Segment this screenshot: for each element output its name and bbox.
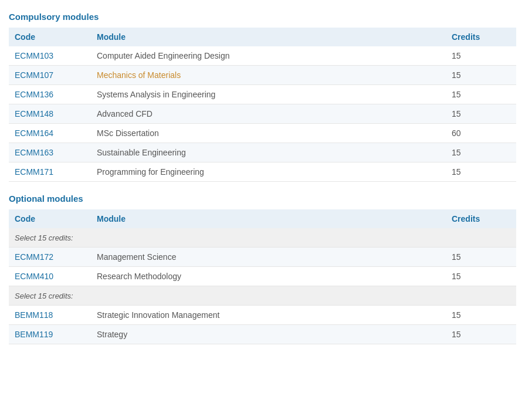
- table-row: BEMM118Strategic Innovation Management15: [9, 306, 516, 325]
- module-code-link[interactable]: ECMM163: [15, 148, 53, 157]
- module-code-link[interactable]: ECMM107: [15, 70, 53, 80]
- table-row: ECMM136Systems Analysis in Engineering15: [9, 85, 516, 104]
- module-name-cell: Computer Aided Engineering Design: [91, 46, 446, 66]
- select-credits-row: Select 15 credits:: [9, 286, 516, 306]
- module-credits-cell: 15: [446, 248, 516, 267]
- module-code-link[interactable]: ECMM172: [15, 252, 53, 262]
- compulsory-header-code: Code: [9, 28, 91, 46]
- module-code-cell: ECMM164: [9, 124, 91, 143]
- compulsory-title: Compulsory modules: [9, 12, 516, 22]
- compulsory-section: Compulsory modules Code Module Credits E…: [9, 12, 516, 182]
- table-row: ECMM148Advanced CFD15: [9, 104, 516, 124]
- module-code-cell: BEMM118: [9, 306, 91, 325]
- module-code-link[interactable]: ECMM164: [15, 128, 53, 138]
- module-credits-cell: 15: [446, 162, 516, 182]
- module-name-cell: Sustainable Engineering: [91, 143, 446, 162]
- optional-header-credits: Credits: [446, 209, 516, 228]
- module-code-cell: ECMM136: [9, 85, 91, 104]
- module-code-link[interactable]: ECMM136: [15, 90, 53, 99]
- module-name-cell: Programming for Engineering: [91, 162, 446, 182]
- table-row: BEMM119Strategy15: [9, 325, 516, 344]
- table-row: ECMM163Sustainable Engineering15: [9, 143, 516, 162]
- module-code-cell: ECMM171: [9, 162, 91, 182]
- module-code-link[interactable]: ECMM171: [15, 167, 53, 177]
- select-credits-label: Select 15 credits:: [9, 286, 516, 306]
- optional-header-code: Code: [9, 209, 91, 228]
- table-row: ECMM410Research Methodology15: [9, 267, 516, 286]
- optional-header-module: Module: [91, 209, 446, 228]
- module-name-cell: Strategic Innovation Management: [91, 306, 446, 325]
- compulsory-header-module: Module: [91, 28, 446, 46]
- module-code-cell: ECMM103: [9, 46, 91, 66]
- module-code-cell: ECMM163: [9, 143, 91, 162]
- table-row: ECMM107Mechanics of Materials15: [9, 66, 516, 85]
- compulsory-table: Code Module Credits ECMM103Computer Aide…: [9, 28, 516, 182]
- module-code-cell: ECMM148: [9, 104, 91, 124]
- module-credits-cell: 15: [446, 143, 516, 162]
- module-code-link[interactable]: BEMM119: [15, 330, 53, 339]
- optional-title: Optional modules: [9, 194, 516, 204]
- module-name-cell: Advanced CFD: [91, 104, 446, 124]
- module-name-cell: Research Methodology: [91, 267, 446, 286]
- module-credits-cell: 15: [446, 267, 516, 286]
- module-code-link[interactable]: BEMM118: [15, 310, 53, 320]
- module-credits-cell: 15: [446, 104, 516, 124]
- module-code-link[interactable]: ECMM148: [15, 109, 53, 118]
- module-name-cell: MSc Dissertation: [91, 124, 446, 143]
- module-name-cell: Strategy: [91, 325, 446, 344]
- optional-table: Code Module Credits Select 15 credits:EC…: [9, 209, 516, 344]
- module-name-cell: Systems Analysis in Engineering: [91, 85, 446, 104]
- module-name-cell: Management Science: [91, 248, 446, 267]
- module-credits-cell: 15: [446, 306, 516, 325]
- module-credits-cell: 15: [446, 85, 516, 104]
- select-credits-row: Select 15 credits:: [9, 228, 516, 248]
- compulsory-header-credits: Credits: [446, 28, 516, 46]
- table-row: ECMM103Computer Aided Engineering Design…: [9, 46, 516, 66]
- module-code-cell: ECMM172: [9, 248, 91, 267]
- table-row: ECMM164MSc Dissertation60: [9, 124, 516, 143]
- table-row: ECMM172Management Science15: [9, 248, 516, 267]
- module-code-cell: BEMM119: [9, 325, 91, 344]
- select-credits-label: Select 15 credits:: [9, 228, 516, 248]
- module-credits-cell: 15: [446, 46, 516, 66]
- module-credits-cell: 60: [446, 124, 516, 143]
- module-code-link[interactable]: ECMM410: [15, 272, 53, 281]
- optional-section: Optional modules Code Module Credits Sel…: [9, 194, 516, 344]
- module-code-cell: ECMM107: [9, 66, 91, 85]
- module-code-link[interactable]: ECMM103: [15, 51, 53, 60]
- table-row: ECMM171Programming for Engineering15: [9, 162, 516, 182]
- module-code-cell: ECMM410: [9, 267, 91, 286]
- module-credits-cell: 15: [446, 66, 516, 85]
- module-name-cell: Mechanics of Materials: [91, 66, 446, 85]
- module-credits-cell: 15: [446, 325, 516, 344]
